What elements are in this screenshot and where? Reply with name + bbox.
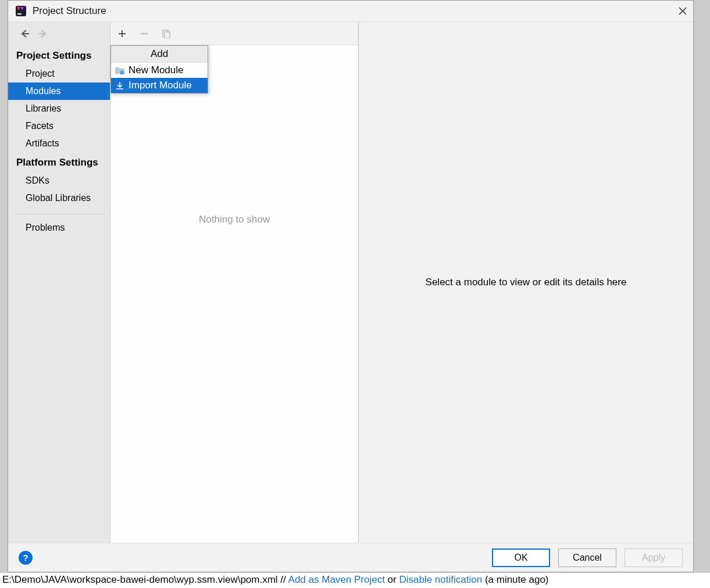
dialog-body: Project Settings Project Modules Librari… [8, 21, 693, 543]
apply-button: Apply [625, 548, 683, 567]
svg-rect-1 [17, 13, 22, 15]
status-bar: E:\Demo\JAVA\workspace-bawei-demo\wyp.ss… [0, 572, 710, 588]
sidebar-item-modules[interactable]: Modules [8, 83, 110, 100]
sidebar-divider [14, 214, 104, 214]
module-list-panel: Add New Module [110, 22, 359, 543]
module-detail-panel: Select a module to view or edit its deta… [359, 22, 693, 543]
folder-module-icon [115, 65, 125, 76]
section-header-platform-settings: Platform Settings [8, 152, 110, 172]
module-list-empty-text: Nothing to show [110, 45, 358, 543]
titlebar: Project Structure [8, 1, 693, 21]
forward-arrow-icon [37, 28, 49, 40]
status-link-add-maven[interactable]: Add as Maven Project [288, 574, 385, 585]
dialog-button-row: ? OK Cancel Apply [8, 543, 693, 572]
svg-rect-3 [165, 32, 170, 38]
sidebar-item-project[interactable]: Project [8, 65, 110, 83]
add-popup-menu: Add New Module [110, 45, 208, 94]
svg-rect-4 [120, 71, 124, 74]
project-structure-dialog: Project Structure Project Settings Proje… [8, 0, 694, 572]
sidebar-item-problems[interactable]: Problems [8, 219, 110, 236]
close-icon[interactable] [677, 5, 688, 17]
status-mid: or [385, 574, 399, 585]
back-arrow-icon[interactable] [19, 28, 30, 40]
sidebar-item-facets[interactable]: Facets [8, 117, 110, 135]
add-icon[interactable] [116, 28, 128, 40]
window-title: Project Structure [33, 5, 677, 17]
remove-icon [138, 28, 150, 40]
copy-icon [160, 28, 172, 40]
ok-button[interactable]: OK [492, 548, 550, 567]
intellij-icon [15, 5, 27, 17]
popup-item-import-module[interactable]: Import Module [111, 78, 208, 93]
status-link-disable-notification[interactable]: Disable notification [399, 574, 482, 585]
detail-placeholder-text: Select a module to view or edit its deta… [426, 277, 627, 288]
module-toolbar [110, 22, 358, 45]
import-icon [115, 80, 125, 91]
add-popup-title: Add [111, 46, 208, 63]
nav-arrows [8, 22, 110, 45]
sidebar: Project Settings Project Modules Librari… [8, 22, 110, 543]
cancel-button[interactable]: Cancel [558, 548, 616, 567]
section-header-project-settings: Project Settings [8, 45, 110, 65]
sidebar-item-artifacts[interactable]: Artifacts [8, 135, 110, 152]
popup-item-label: New Module [129, 64, 184, 76]
status-path: E:\Demo\JAVA\workspace-bawei-demo\wyp.ss… [2, 574, 288, 585]
sidebar-item-global-libraries[interactable]: Global Libraries [8, 189, 110, 207]
help-label: ? [23, 553, 28, 562]
status-suffix: (a minute ago) [482, 574, 548, 585]
sidebar-item-libraries[interactable]: Libraries [8, 100, 110, 117]
popup-item-label: Import Module [129, 80, 192, 91]
sidebar-item-sdks[interactable]: SDKs [8, 172, 110, 189]
help-icon[interactable]: ? [19, 551, 33, 565]
popup-item-new-module[interactable]: New Module [111, 63, 208, 78]
